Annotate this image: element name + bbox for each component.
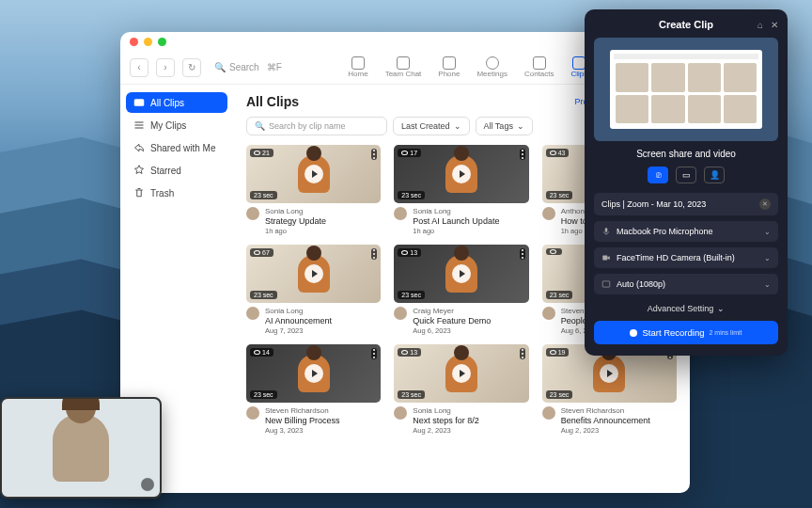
clip-thumbnail[interactable]: 14 23 sec [246,344,381,403]
clip-menu-button[interactable] [371,149,377,160]
clip-card[interactable]: 21 23 sec Sonia Long Strategy Update 1h … [246,145,381,235]
clip-title-input[interactable]: ✕ [594,193,778,215]
clip-thumbnail[interactable]: 21 23 sec [246,145,381,203]
duration-badge: 23 sec [398,191,425,199]
duration-badge: 23 sec [398,390,425,399]
eye-icon [550,151,556,155]
menu-contacts[interactable]: Contacts [524,56,554,78]
chevron-down-icon: ⌄ [764,228,771,236]
avatar [542,307,555,320]
history-button[interactable]: ↻ [182,58,201,77]
avatar [394,406,407,420]
preview-pane [594,38,778,141]
play-icon [452,264,471,283]
sort-select[interactable]: Last Created ⌄ [393,117,470,135]
clip-author: Steven Richardson [561,406,650,415]
menu-team-chat[interactable]: Team Chat [385,56,422,78]
views-badge: 13 [398,248,421,257]
home-icon[interactable]: ⌂ [757,20,763,30]
clip-date: Aug 6, 2023 [413,326,491,335]
duration-badge: 23 sec [250,390,277,399]
clear-title-button[interactable]: ✕ [759,198,771,210]
duration-badge: 23 sec [250,191,277,199]
sidebar-item-shared[interactable]: Shared with Me [126,137,227,158]
avatar [542,207,555,220]
play-icon [452,364,471,383]
svg-rect-0 [134,99,145,106]
pip-expand-button[interactable] [141,478,154,491]
views-badge: 19 [546,348,570,357]
sidebar-item-starred[interactable]: Starred [126,160,227,181]
duration-badge: 23 sec [398,291,425,299]
duration-badge: 23 sec [250,291,277,299]
advanced-settings-toggle[interactable]: Advanced Setting ⌄ [594,304,778,313]
share-icon [133,142,145,153]
clips-icon [133,97,145,108]
clip-title-field[interactable] [601,199,754,209]
clip-menu-button[interactable] [371,248,377,260]
play-icon [304,165,323,183]
nav-forward-button[interactable]: › [156,58,175,77]
pip-window[interactable] [0,397,162,499]
nav-back-button[interactable]: ‹ [130,58,148,77]
play-icon [452,165,471,183]
views-badge: 13 [398,348,421,357]
menu-phone[interactable]: Phone [438,56,460,78]
clip-card[interactable]: 13 23 sec Sonia Long Next steps for 8/2 … [394,344,528,435]
mode-screen-only[interactable]: ▭ [676,167,696,183]
maximize-dot[interactable] [158,38,166,46]
clip-card[interactable]: 14 23 sec Steven Richardson New Billing … [246,344,381,435]
tags-select[interactable]: All Tags ⌄ [476,117,533,135]
clip-menu-button[interactable] [520,348,525,359]
clip-date: Aug 2, 2023 [561,426,650,435]
clip-card[interactable]: 19 23 sec Steven Richardson Benefits Ann… [542,344,677,435]
avatar [246,307,259,320]
close-icon[interactable]: ✕ [771,20,778,30]
quality-icon [601,279,611,289]
sidebar-item-my-clips[interactable]: My Clips [126,115,227,135]
clip-thumbnail[interactable]: 67 23 sec [246,245,381,303]
mode-screen-video[interactable]: ⎚ [648,167,668,183]
duration-badge: 23 sec [546,191,573,199]
clip-author: Sonia Long [265,307,332,315]
avatar [394,207,407,220]
clip-thumbnail[interactable]: 13 23 sec [394,344,528,403]
avatar [394,307,407,320]
camera-select[interactable]: FaceTime HD Camera (Built-in) ⌄ [594,247,778,268]
microphone-select[interactable]: Macbook Pro Microphone ⌄ [594,221,778,242]
clip-title: Next steps for 8/2 [413,416,479,425]
sidebar-item-trash[interactable]: Trash [126,183,227,203]
clip-card[interactable]: 13 23 sec Craig Meyer Quick Feature Demo… [394,245,528,335]
clip-title: Post AI Launch Update [413,216,499,226]
clip-title: Strategy Update [265,216,326,226]
mode-video-only[interactable]: 👤 [704,167,725,183]
close-dot[interactable] [130,38,138,46]
eye-icon [254,350,260,355]
eye-icon [550,249,556,254]
svg-rect-2 [602,256,607,261]
clip-search-input[interactable]: 🔍 Search by clip name [246,117,387,135]
quality-select[interactable]: Auto (1080p) ⌄ [594,274,778,294]
minimize-dot[interactable] [144,38,152,46]
svg-rect-1 [605,228,608,231]
modal-subtitle: Screen share and video [594,149,778,159]
clip-author: Steven Richardson [265,406,340,415]
views-badge: 14 [250,348,273,357]
clip-menu-button[interactable] [520,149,525,160]
modal-title: Create Clip [659,19,713,30]
global-search[interactable]: 🔍 Search ⌘F [214,62,282,72]
sidebar-item-all-clips[interactable]: All Clips [126,92,227,113]
clip-menu-button[interactable] [371,348,377,359]
eye-icon [401,250,408,255]
views-badge: 67 [250,248,273,257]
clip-card[interactable]: 67 23 sec Sonia Long AI Announcement Aug… [246,245,381,335]
clip-menu-button[interactable] [520,248,525,260]
clip-thumbnail[interactable]: 17 23 sec [394,145,528,203]
clip-thumbnail[interactable]: 13 23 sec [394,245,528,303]
views-badge: 43 [546,149,570,157]
menu-home[interactable]: Home [348,56,367,78]
clip-card[interactable]: 17 23 sec Sonia Long Post AI Launch Upda… [394,145,528,235]
menu-meetings[interactable]: Meetings [476,56,507,78]
start-recording-button[interactable]: Start Recording 2 mins limit [594,321,778,344]
microphone-icon [601,227,611,236]
